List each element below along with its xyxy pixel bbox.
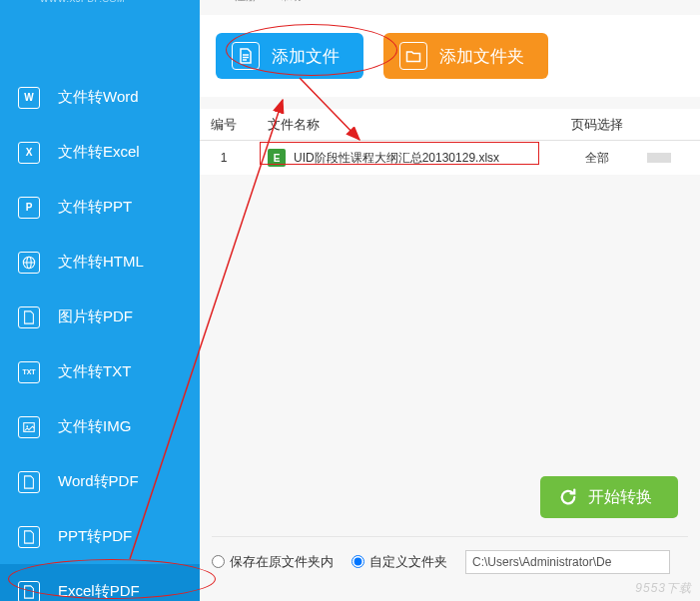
start-row: 开始转换 bbox=[212, 464, 688, 536]
logo-area: WWW.XJPDF.COM bbox=[0, 0, 200, 15]
sidebar-item-label: 文件转HTML bbox=[58, 253, 144, 272]
save-custom-radio[interactable]: 自定义文件夹 bbox=[351, 553, 447, 571]
watermark: 9553下载 bbox=[635, 580, 692, 597]
sidebar-item-excel2pdf[interactable]: Excel转PDF bbox=[0, 564, 200, 601]
save-radio-group: 保存在原文件夹内 自定义文件夹 bbox=[212, 553, 465, 571]
start-convert-button[interactable]: 开始转换 bbox=[540, 476, 678, 518]
row-num: 1 bbox=[200, 151, 248, 165]
row-name-cell: E UID阶段性课程大纲汇总20130129.xlsx bbox=[248, 149, 547, 167]
save-custom-label: 自定义文件夹 bbox=[369, 553, 447, 571]
register-link[interactable]: 注册 bbox=[235, 0, 257, 2]
file-table: 编号 文件名称 页码选择 1 E UID阶段性课程大纲汇总20130129.xl… bbox=[200, 109, 700, 175]
col-name-header: 文件名称 bbox=[248, 116, 547, 134]
excel-icon: X bbox=[18, 142, 40, 164]
sidebar-item-html[interactable]: 文件转HTML bbox=[0, 235, 200, 290]
add-file-label: 添加文件 bbox=[272, 45, 340, 68]
sidebar-item-label: Word转PDF bbox=[58, 472, 139, 491]
globe-icon bbox=[18, 252, 40, 274]
sidebar-items: W 文件转Word X 文件转Excel P 文件转PPT 文件转HTML 图片… bbox=[0, 15, 200, 601]
add-folder-button[interactable]: 添加文件夹 bbox=[383, 33, 548, 79]
sidebar-item-ppt2pdf[interactable]: PPT转PDF bbox=[0, 509, 200, 564]
pdf-icon bbox=[18, 306, 40, 328]
main: 注册 帮助 添加文件 添加文件夹 编号 文件名称 页码选择 1 E UID阶段性… bbox=[200, 0, 700, 601]
pdf-icon bbox=[18, 526, 40, 548]
add-folder-label: 添加文件夹 bbox=[439, 45, 524, 68]
txt-icon: TXT bbox=[18, 361, 40, 383]
col-num-header: 编号 bbox=[200, 116, 248, 134]
svg-point-4 bbox=[26, 425, 28, 427]
col-page-header: 页码选择 bbox=[547, 116, 647, 134]
sidebar-item-label: 文件转PPT bbox=[58, 198, 132, 217]
word-icon: W bbox=[18, 87, 40, 109]
table-header: 编号 文件名称 页码选择 bbox=[200, 109, 700, 141]
image-icon bbox=[18, 416, 40, 438]
table-row[interactable]: 1 E UID阶段性课程大纲汇总20130129.xlsx 全部 bbox=[200, 141, 700, 175]
action-row: 添加文件 添加文件夹 bbox=[200, 15, 700, 97]
save-custom-input[interactable] bbox=[351, 555, 364, 568]
file-icon bbox=[232, 42, 260, 70]
save-path-input[interactable] bbox=[465, 550, 670, 574]
row-page: 全部 bbox=[547, 150, 647, 167]
sidebar-item-txt[interactable]: TXT 文件转TXT bbox=[0, 344, 200, 399]
sidebar-item-img2pdf[interactable]: 图片转PDF bbox=[0, 290, 200, 344]
row-progress bbox=[647, 153, 700, 163]
sidebar-item-excel[interactable]: X 文件转Excel bbox=[0, 125, 200, 180]
help-link[interactable]: 帮助 bbox=[280, 0, 302, 2]
sidebar-item-label: 文件转IMG bbox=[58, 417, 131, 436]
pdf-icon bbox=[18, 581, 40, 602]
bottom-bar: 开始转换 保存在原文件夹内 自定义文件夹 bbox=[200, 464, 700, 576]
sidebar-item-img[interactable]: 文件转IMG bbox=[0, 399, 200, 454]
sidebar-item-label: PPT转PDF bbox=[58, 527, 132, 546]
sidebar-item-ppt[interactable]: P 文件转PPT bbox=[0, 180, 200, 235]
add-file-button[interactable]: 添加文件 bbox=[216, 33, 363, 79]
sidebar-item-label: 图片转PDF bbox=[58, 307, 133, 326]
sidebar-item-label: 文件转Word bbox=[58, 88, 139, 107]
sidebar: WWW.XJPDF.COM W 文件转Word X 文件转Excel P 文件转… bbox=[0, 0, 200, 601]
ppt-icon: P bbox=[18, 197, 40, 219]
save-row: 保存在原文件夹内 自定义文件夹 bbox=[212, 536, 688, 576]
folder-icon bbox=[399, 42, 427, 70]
save-source-radio[interactable]: 保存在原文件夹内 bbox=[212, 553, 334, 571]
excel-file-icon: E bbox=[268, 149, 286, 167]
sidebar-item-label: 文件转TXT bbox=[58, 362, 131, 381]
logo-url: WWW.XJPDF.COM bbox=[10, 0, 125, 4]
sidebar-item-label: Excel转PDF bbox=[58, 582, 140, 601]
start-label: 开始转换 bbox=[588, 487, 652, 508]
sidebar-item-word2pdf[interactable]: Word转PDF bbox=[0, 454, 200, 509]
sidebar-item-label: 文件转Excel bbox=[58, 143, 140, 162]
save-source-input[interactable] bbox=[212, 555, 225, 568]
refresh-icon bbox=[558, 487, 578, 507]
row-filename: UID阶段性课程大纲汇总20130129.xlsx bbox=[294, 150, 499, 167]
sidebar-item-word[interactable]: W 文件转Word bbox=[0, 70, 200, 125]
progress-bar bbox=[647, 153, 671, 163]
pdf-icon bbox=[18, 471, 40, 493]
save-source-label: 保存在原文件夹内 bbox=[230, 553, 334, 571]
topbar: 注册 帮助 bbox=[200, 0, 700, 15]
